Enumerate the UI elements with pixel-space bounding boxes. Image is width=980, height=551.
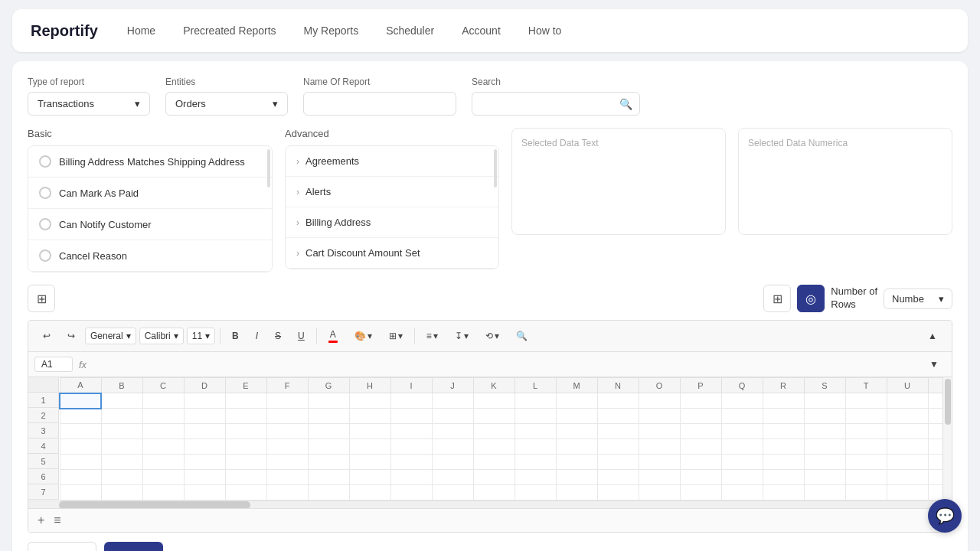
grid-cell[interactable] bbox=[514, 393, 556, 409]
grid-cell[interactable] bbox=[266, 485, 308, 500]
grid-cell[interactable] bbox=[184, 393, 225, 409]
grid-cell[interactable] bbox=[225, 424, 266, 439]
nav-precreated-reports[interactable]: Precreated Reports bbox=[172, 18, 286, 43]
grid-cell[interactable] bbox=[514, 485, 556, 500]
grid-cell[interactable] bbox=[721, 485, 763, 500]
search-input[interactable] bbox=[472, 92, 640, 116]
nav-account[interactable]: Account bbox=[451, 18, 511, 43]
basic-item-can-mark[interactable]: Can Mark As Paid bbox=[28, 178, 272, 209]
redo-button[interactable]: ↪ bbox=[60, 327, 82, 345]
grid-cell[interactable] bbox=[887, 409, 928, 424]
undo-button[interactable]: ↩ bbox=[36, 327, 57, 345]
grid-cell[interactable] bbox=[804, 439, 845, 455]
grid-cell[interactable] bbox=[225, 439, 266, 455]
grid-cell[interactable] bbox=[845, 409, 887, 424]
grid-cell[interactable] bbox=[432, 455, 473, 470]
grid-cell[interactable] bbox=[845, 439, 887, 455]
grid-cell[interactable] bbox=[887, 439, 928, 455]
grid-cell[interactable] bbox=[432, 485, 473, 500]
underline-button[interactable]: U bbox=[291, 327, 312, 345]
grid-cell[interactable] bbox=[432, 439, 473, 455]
grid-cell[interactable] bbox=[308, 485, 349, 500]
basic-item-billing[interactable]: Billing Address Matches Shipping Address bbox=[28, 146, 272, 178]
grid-cell[interactable] bbox=[556, 455, 597, 470]
font-size-select[interactable]: 11 ▾ bbox=[187, 328, 215, 344]
grid-cell[interactable] bbox=[142, 393, 184, 409]
grid-cell[interactable] bbox=[349, 470, 390, 485]
grid-cell[interactable] bbox=[887, 393, 928, 409]
grid-cell[interactable] bbox=[390, 439, 432, 455]
grid-cell[interactable] bbox=[349, 439, 390, 455]
grid-cell[interactable] bbox=[514, 439, 556, 455]
grid-cell[interactable] bbox=[928, 455, 942, 470]
grid-cell[interactable] bbox=[60, 393, 101, 409]
search-button[interactable]: 🔍 bbox=[509, 327, 534, 345]
grid-cell[interactable] bbox=[887, 424, 928, 439]
grid-cell[interactable] bbox=[845, 470, 887, 485]
grid-cell[interactable] bbox=[473, 470, 514, 485]
grid-cell[interactable] bbox=[763, 409, 804, 424]
grid-cell[interactable] bbox=[349, 393, 390, 409]
grid-cell[interactable] bbox=[142, 455, 184, 470]
grid-cell[interactable] bbox=[473, 424, 514, 439]
grid-cell[interactable] bbox=[763, 393, 804, 409]
grid-cell[interactable] bbox=[887, 485, 928, 500]
grid-cell[interactable] bbox=[514, 470, 556, 485]
font-select[interactable]: Calibri ▾ bbox=[139, 328, 184, 344]
grid-cell[interactable] bbox=[928, 439, 942, 455]
grid-icon-btn[interactable]: ⊞ bbox=[28, 285, 55, 312]
grid-cell[interactable] bbox=[390, 470, 432, 485]
grid-cell[interactable] bbox=[225, 470, 266, 485]
grid-cell[interactable] bbox=[845, 393, 887, 409]
vertical-scrollbar[interactable] bbox=[942, 377, 952, 500]
grid-cell[interactable] bbox=[721, 439, 763, 455]
grid-cell[interactable] bbox=[639, 424, 680, 439]
grid-cell[interactable] bbox=[390, 409, 432, 424]
grid-cell[interactable] bbox=[639, 485, 680, 500]
grid-cell[interactable] bbox=[763, 455, 804, 470]
grid-cell[interactable] bbox=[101, 424, 142, 439]
grid-cell[interactable] bbox=[597, 393, 639, 409]
grid-cell[interactable] bbox=[804, 470, 845, 485]
grid-cell[interactable] bbox=[639, 455, 680, 470]
basic-item-cancel-reason[interactable]: Cancel Reason bbox=[28, 240, 272, 272]
grid-cell[interactable] bbox=[60, 409, 101, 424]
grid-cell[interactable] bbox=[101, 439, 142, 455]
grid-cell[interactable] bbox=[101, 485, 142, 500]
grid-cell[interactable] bbox=[721, 393, 763, 409]
grid-cell[interactable] bbox=[721, 455, 763, 470]
fill-color-button[interactable]: 🎨▾ bbox=[348, 327, 379, 345]
sheet-menu-button[interactable]: ≡ bbox=[51, 512, 64, 529]
grid-cell[interactable] bbox=[184, 424, 225, 439]
grid-cell[interactable] bbox=[639, 393, 680, 409]
horizontal-scrollbar[interactable] bbox=[28, 500, 952, 508]
grid-cell[interactable] bbox=[184, 485, 225, 500]
grid-cell[interactable] bbox=[597, 485, 639, 500]
italic-button[interactable]: I bbox=[249, 327, 265, 345]
grid-cell[interactable] bbox=[845, 485, 887, 500]
grid-cell[interactable] bbox=[597, 470, 639, 485]
grid-cell[interactable] bbox=[556, 409, 597, 424]
wrap-button[interactable]: ⟲▾ bbox=[479, 327, 506, 345]
collapse-button[interactable]: ▲ bbox=[921, 327, 944, 345]
grid-cell[interactable] bbox=[597, 424, 639, 439]
grid-cell[interactable] bbox=[928, 393, 942, 409]
grid-cell[interactable] bbox=[142, 409, 184, 424]
grid-cell[interactable] bbox=[142, 439, 184, 455]
save-button[interactable]: Save bbox=[104, 542, 164, 551]
grid-cell[interactable] bbox=[142, 485, 184, 500]
radio-billing[interactable] bbox=[39, 155, 51, 168]
grid-cell[interactable] bbox=[308, 409, 349, 424]
rows-select[interactable]: Numbe ▾ bbox=[884, 289, 952, 309]
grid-cell[interactable] bbox=[928, 470, 942, 485]
formula-expand-icon[interactable]: ▼ bbox=[923, 355, 946, 373]
grid-cell[interactable] bbox=[845, 455, 887, 470]
grid-cell[interactable] bbox=[556, 470, 597, 485]
grid-cell[interactable] bbox=[101, 470, 142, 485]
grid-cell[interactable] bbox=[142, 470, 184, 485]
grid-cell[interactable] bbox=[721, 409, 763, 424]
grid-cell[interactable] bbox=[308, 439, 349, 455]
type-of-report-select[interactable]: Transactions ▾ bbox=[28, 92, 150, 116]
grid-cell[interactable] bbox=[432, 470, 473, 485]
grid-cell[interactable] bbox=[184, 409, 225, 424]
